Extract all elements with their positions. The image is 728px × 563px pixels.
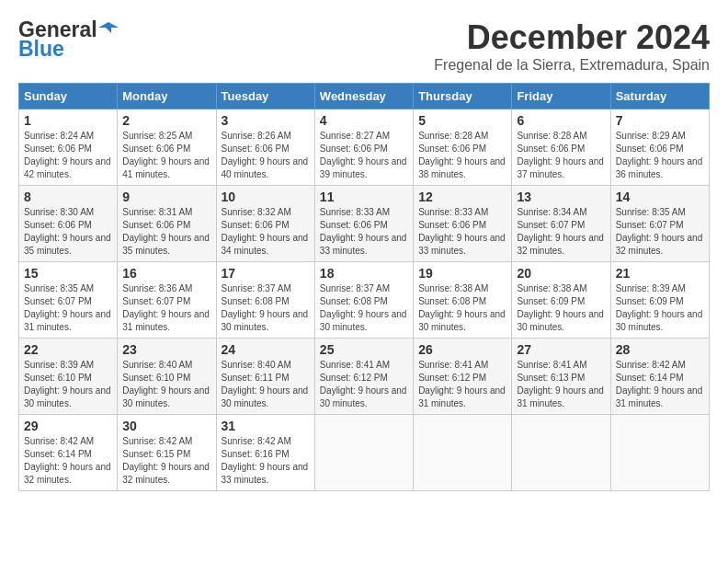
calendar-week-1: 1 Sunrise: 8:24 AMSunset: 6:06 PMDayligh…	[19, 109, 710, 186]
calendar-cell: 21 Sunrise: 8:39 AMSunset: 6:09 PMDaylig…	[610, 262, 709, 339]
calendar-week-3: 15 Sunrise: 8:35 AMSunset: 6:07 PMDaylig…	[19, 262, 710, 339]
day-number: 17	[222, 266, 310, 281]
calendar-cell: 16 Sunrise: 8:36 AMSunset: 6:07 PMDaylig…	[118, 262, 216, 339]
day-info: Sunrise: 8:33 AMSunset: 6:06 PMDaylight:…	[418, 207, 506, 256]
calendar-cell: 30 Sunrise: 8:42 AMSunset: 6:15 PMDaylig…	[118, 415, 216, 491]
day-info: Sunrise: 8:42 AMSunset: 6:15 PMDaylight:…	[122, 436, 210, 485]
day-number: 21	[616, 266, 704, 281]
day-number: 22	[24, 342, 112, 357]
calendar-header-wednesday: Wednesday	[314, 84, 413, 109]
calendar-cell: 2 Sunrise: 8:25 AMSunset: 6:06 PMDayligh…	[118, 109, 216, 186]
day-info: Sunrise: 8:31 AMSunset: 6:06 PMDaylight:…	[122, 207, 210, 256]
calendar-header-monday: Monday	[118, 84, 216, 109]
calendar-cell	[414, 415, 512, 491]
day-info: Sunrise: 8:38 AMSunset: 6:08 PMDaylight:…	[418, 283, 506, 332]
day-info: Sunrise: 8:39 AMSunset: 6:10 PMDaylight:…	[24, 360, 111, 408]
calendar-cell: 10 Sunrise: 8:32 AMSunset: 6:06 PMDaylig…	[216, 186, 314, 262]
calendar-cell: 15 Sunrise: 8:35 AMSunset: 6:07 PMDaylig…	[19, 262, 118, 339]
calendar-cell: 11 Sunrise: 8:33 AMSunset: 6:06 PMDaylig…	[314, 186, 413, 262]
day-number: 26	[418, 342, 506, 357]
day-info: Sunrise: 8:34 AMSunset: 6:07 PMDaylight:…	[517, 207, 604, 256]
day-number: 28	[616, 342, 704, 357]
day-number: 2	[122, 113, 210, 128]
day-number: 14	[616, 190, 704, 204]
day-info: Sunrise: 8:33 AMSunset: 6:06 PMDaylight:…	[320, 207, 407, 256]
day-info: Sunrise: 8:35 AMSunset: 6:07 PMDaylight:…	[616, 207, 703, 256]
calendar-cell: 5 Sunrise: 8:28 AMSunset: 6:06 PMDayligh…	[414, 109, 512, 186]
calendar-cell: 1 Sunrise: 8:24 AMSunset: 6:06 PMDayligh…	[19, 109, 118, 186]
day-info: Sunrise: 8:37 AMSunset: 6:08 PMDaylight:…	[222, 283, 309, 332]
day-info: Sunrise: 8:40 AMSunset: 6:11 PMDaylight:…	[222, 360, 309, 408]
day-number: 24	[222, 342, 310, 357]
calendar-header-sunday: Sunday	[19, 84, 118, 109]
calendar-cell: 27 Sunrise: 8:41 AMSunset: 6:13 PMDaylig…	[512, 339, 610, 415]
day-info: Sunrise: 8:42 AMSunset: 6:16 PMDaylight:…	[222, 436, 309, 485]
calendar-cell: 25 Sunrise: 8:41 AMSunset: 6:12 PMDaylig…	[314, 339, 413, 415]
location-title: Fregenal de la Sierra, Extremadura, Spai…	[434, 57, 710, 74]
calendar-cell	[610, 415, 709, 491]
calendar-week-4: 22 Sunrise: 8:39 AMSunset: 6:10 PMDaylig…	[19, 339, 710, 415]
day-number: 13	[517, 190, 605, 204]
calendar-week-5: 29 Sunrise: 8:42 AMSunset: 6:14 PMDaylig…	[19, 415, 710, 491]
day-number: 8	[24, 190, 112, 204]
day-number: 7	[616, 113, 704, 128]
day-number: 9	[122, 190, 210, 204]
day-number: 30	[122, 419, 210, 433]
svg-marker-0	[98, 22, 119, 33]
calendar-week-2: 8 Sunrise: 8:30 AMSunset: 6:06 PMDayligh…	[19, 186, 710, 262]
calendar-cell: 29 Sunrise: 8:42 AMSunset: 6:14 PMDaylig…	[19, 415, 118, 491]
day-number: 4	[320, 113, 408, 128]
day-info: Sunrise: 8:36 AMSunset: 6:07 PMDaylight:…	[122, 283, 210, 332]
day-number: 6	[517, 113, 605, 128]
day-number: 23	[122, 342, 210, 357]
calendar-header-thursday: Thursday	[414, 84, 512, 109]
day-info: Sunrise: 8:37 AMSunset: 6:08 PMDaylight:…	[320, 283, 407, 332]
calendar-header-saturday: Saturday	[610, 84, 709, 109]
calendar-cell: 18 Sunrise: 8:37 AMSunset: 6:08 PMDaylig…	[314, 262, 413, 339]
day-info: Sunrise: 8:35 AMSunset: 6:07 PMDaylight:…	[24, 283, 111, 332]
day-info: Sunrise: 8:28 AMSunset: 6:06 PMDaylight:…	[418, 131, 506, 179]
page-header: General Blue December 2024 Fregenal de l…	[18, 18, 710, 74]
day-number: 27	[517, 342, 605, 357]
calendar-header-tuesday: Tuesday	[216, 84, 314, 109]
day-info: Sunrise: 8:38 AMSunset: 6:09 PMDaylight:…	[517, 283, 604, 332]
calendar-cell: 8 Sunrise: 8:30 AMSunset: 6:06 PMDayligh…	[19, 186, 118, 262]
day-info: Sunrise: 8:29 AMSunset: 6:06 PMDaylight:…	[616, 131, 703, 179]
day-number: 3	[222, 113, 310, 128]
calendar-cell	[314, 415, 413, 491]
calendar-cell: 20 Sunrise: 8:38 AMSunset: 6:09 PMDaylig…	[512, 262, 610, 339]
day-number: 29	[24, 419, 112, 433]
calendar-cell: 14 Sunrise: 8:35 AMSunset: 6:07 PMDaylig…	[610, 186, 709, 262]
calendar-cell	[512, 415, 610, 491]
calendar-cell: 9 Sunrise: 8:31 AMSunset: 6:06 PMDayligh…	[118, 186, 216, 262]
day-info: Sunrise: 8:30 AMSunset: 6:06 PMDaylight:…	[24, 207, 111, 256]
day-info: Sunrise: 8:42 AMSunset: 6:14 PMDaylight:…	[24, 436, 111, 485]
day-info: Sunrise: 8:41 AMSunset: 6:12 PMDaylight:…	[320, 360, 407, 408]
day-info: Sunrise: 8:24 AMSunset: 6:06 PMDaylight:…	[24, 131, 111, 179]
calendar-cell: 23 Sunrise: 8:40 AMSunset: 6:10 PMDaylig…	[118, 339, 216, 415]
day-info: Sunrise: 8:27 AMSunset: 6:06 PMDaylight:…	[320, 131, 407, 179]
day-info: Sunrise: 8:39 AMSunset: 6:09 PMDaylight:…	[616, 283, 703, 332]
calendar-cell: 17 Sunrise: 8:37 AMSunset: 6:08 PMDaylig…	[216, 262, 314, 339]
logo-blue: Blue	[18, 38, 119, 61]
calendar-cell: 13 Sunrise: 8:34 AMSunset: 6:07 PMDaylig…	[512, 186, 610, 262]
day-number: 10	[222, 190, 310, 204]
logo: General Blue	[18, 18, 119, 62]
calendar-cell: 24 Sunrise: 8:40 AMSunset: 6:11 PMDaylig…	[216, 339, 314, 415]
calendar-cell: 3 Sunrise: 8:26 AMSunset: 6:06 PMDayligh…	[216, 109, 314, 186]
day-info: Sunrise: 8:41 AMSunset: 6:12 PMDaylight:…	[418, 360, 506, 408]
day-info: Sunrise: 8:40 AMSunset: 6:10 PMDaylight:…	[122, 360, 210, 408]
day-info: Sunrise: 8:26 AMSunset: 6:06 PMDaylight:…	[222, 131, 309, 179]
day-number: 1	[24, 113, 112, 128]
day-number: 5	[418, 113, 506, 128]
day-number: 16	[122, 266, 210, 281]
calendar-cell: 4 Sunrise: 8:27 AMSunset: 6:06 PMDayligh…	[314, 109, 413, 186]
day-info: Sunrise: 8:42 AMSunset: 6:14 PMDaylight:…	[616, 360, 703, 408]
day-info: Sunrise: 8:41 AMSunset: 6:13 PMDaylight:…	[517, 360, 604, 408]
day-number: 31	[222, 419, 310, 433]
calendar-table: SundayMondayTuesdayWednesdayThursdayFrid…	[18, 83, 710, 491]
day-number: 11	[320, 190, 408, 204]
calendar-cell: 7 Sunrise: 8:29 AMSunset: 6:06 PMDayligh…	[610, 109, 709, 186]
calendar-cell: 6 Sunrise: 8:28 AMSunset: 6:06 PMDayligh…	[512, 109, 610, 186]
calendar-cell: 28 Sunrise: 8:42 AMSunset: 6:14 PMDaylig…	[610, 339, 709, 415]
